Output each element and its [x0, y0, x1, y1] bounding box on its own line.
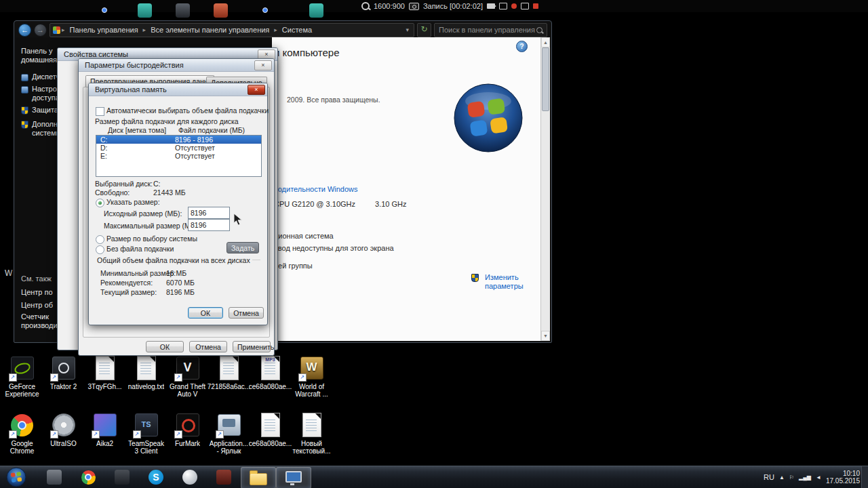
volume-icon[interactable]: ◄	[816, 474, 821, 481]
document-icon	[261, 413, 280, 437]
shortcut-arrow-icon: ↗	[50, 373, 58, 382]
desktop-icon-new-text[interactable]: Новый текстовый...	[291, 412, 332, 469]
close-button[interactable]: ×	[248, 85, 265, 95]
pagefile-size: Отсутствует	[175, 152, 215, 160]
cpu-speed: 3.10 GHz	[375, 200, 406, 208]
refresh-icon: ↻	[420, 24, 427, 34]
system-managed-radio[interactable]	[96, 235, 104, 244]
stop-icon[interactable]	[533, 3, 538, 9]
close-button[interactable]: ×	[254, 60, 272, 70]
ok-button[interactable]: ОК	[146, 341, 184, 352]
top-app-icon-2[interactable]	[138, 3, 152, 18]
breadcrumb-system[interactable]: Система	[279, 26, 315, 34]
set-button[interactable]: Задать	[226, 242, 259, 253]
vertical-scrollbar[interactable]: ▲ ▼	[540, 37, 550, 341]
search-input[interactable]: Поиск в панели управления	[434, 23, 547, 37]
drive-row-d[interactable]: D: Отсутствует	[96, 144, 261, 152]
drive-row-e[interactable]: E: Отсутствует	[96, 152, 261, 160]
icon-label: TeamSpeak 3 Client	[125, 440, 167, 455]
free-space-value: 21443 МБ	[153, 188, 186, 197]
taskbar-app-4[interactable]	[207, 467, 241, 487]
experience-index-link-fragment[interactable]: водительности Windows	[274, 185, 358, 193]
action-center-icon[interactable]: ⚐	[789, 474, 794, 481]
shield-icon	[21, 106, 28, 115]
desktop-icon-traktor[interactable]: ↗ Traktor 2	[43, 355, 84, 412]
scrollbar-thumb[interactable]	[542, 47, 549, 111]
taskbar-skype[interactable]: S	[139, 467, 173, 487]
initial-size-input[interactable]	[188, 207, 230, 219]
desktop-icon-file-1[interactable]: 3TqyFGh...	[84, 355, 125, 412]
desktop-icon-furmark[interactable]: ↗ FurMark	[167, 412, 208, 469]
apply-button[interactable]: Применить	[233, 341, 271, 352]
camcorder-icon[interactable]	[487, 3, 495, 9]
taskbar-app-3[interactable]	[173, 467, 207, 487]
record-icon[interactable]	[511, 3, 517, 9]
scroll-up-icon[interactable]: ▲	[541, 37, 550, 47]
custom-size-radio[interactable]	[96, 199, 104, 207]
custom-size-label: Указать размер:	[106, 198, 160, 206]
taskbar-pinned-icons: S	[37, 467, 311, 487]
top-app-icon-6[interactable]	[309, 3, 323, 18]
taskbar-chrome[interactable]	[71, 467, 105, 487]
cancel-button[interactable]: Отмена	[229, 307, 264, 319]
taskbar-explorer[interactable]	[241, 467, 276, 488]
back-button[interactable]: ←	[18, 24, 31, 37]
taskbar-app-2[interactable]	[105, 467, 139, 487]
help-icon[interactable]: ?	[516, 41, 528, 52]
network-icon[interactable]: ▂▄▆	[799, 474, 811, 481]
desktop-icon-wow[interactable]: W↗ World of Warcraft ...	[291, 355, 332, 412]
magnifier-icon[interactable]	[361, 2, 370, 10]
no-pagefile-label: Без файла подкачки	[106, 245, 174, 253]
address-dropdown-icon[interactable]: ▾	[403, 26, 411, 33]
desktop-icon-file-2[interactable]: 721858a6ac...	[208, 355, 250, 412]
icon-label: nativelog.txt	[128, 383, 164, 390]
clock[interactable]: 10:10 17.05.2015	[826, 470, 860, 485]
taskbar-recorder[interactable]	[276, 467, 311, 488]
forward-button[interactable]: →	[34, 24, 47, 37]
breadcrumb-all-items[interactable]: Все элементы панели управления	[147, 26, 273, 34]
shortcut-arrow-icon: ↗	[50, 430, 58, 439]
cancel-button[interactable]: Отмена	[189, 341, 227, 352]
icon-label: Google Chrome	[1, 440, 43, 455]
breadcrumb: ▸ Панель управления ▸ Все элементы панел…	[50, 23, 414, 37]
current-size-value: 8196 МБ	[166, 288, 195, 296]
show-hidden-icons[interactable]: ▲	[779, 474, 785, 481]
desktop-icon-teamspeak[interactable]: TS↗ TeamSpeak 3 Client	[125, 412, 167, 469]
show-desktop-button[interactable]	[861, 466, 868, 488]
desktop-icon-mp3[interactable]: MP3 ce68a080ae...	[250, 355, 291, 412]
desktop-icon-file-3[interactable]: ce68a080ae...	[250, 412, 291, 469]
camera-icon[interactable]	[409, 3, 419, 10]
drive-letter: D:	[96, 144, 175, 152]
desktop-icon-gtav[interactable]: V↗ Grand Theft Auto V	[167, 355, 208, 412]
desktop-icon-chrome[interactable]: ↗ Google Chrome	[1, 412, 43, 469]
desktop-icon-application[interactable]: ↗ Application... - Ярлык	[208, 412, 250, 469]
desktop-icon-nativelog[interactable]: nativelog.txt	[125, 355, 167, 412]
desktop-icon-geforce[interactable]: ↗ GeForce Experience	[1, 355, 43, 412]
taskbar-app-1[interactable]	[37, 467, 71, 487]
change-settings-label: Изменить параметры	[485, 273, 530, 291]
ok-button[interactable]: ОК	[188, 307, 223, 319]
drives-listbox[interactable]: C: 8196 - 8196 D: Отсутствует E: Отсутст…	[96, 135, 262, 177]
desktop-icon-aika2[interactable]: ↗ Aika2	[84, 412, 125, 469]
scroll-down-icon[interactable]: ▼	[541, 331, 550, 341]
refresh-button[interactable]: ↻	[417, 23, 431, 37]
system-tray: RU ▲ ⚐ ▂▄▆ ◄ 10:10 17.05.2015	[764, 466, 860, 488]
top-app-icon-4[interactable]	[214, 3, 228, 18]
max-size-label: Максимальный размер (МБ):	[104, 222, 199, 230]
totals-group-label: Общий объем файла подкачки на всех диска…	[95, 256, 252, 264]
language-indicator[interactable]: RU	[764, 473, 774, 481]
drive-row-c[interactable]: C: 8196 - 8196	[96, 136, 261, 144]
mp3-badge: MP3	[262, 357, 279, 362]
screen-icon[interactable]	[499, 3, 507, 9]
shortcut-arrow-icon: ↗	[216, 430, 224, 439]
max-size-input[interactable]	[188, 219, 230, 231]
webcam-icon[interactable]	[521, 3, 529, 9]
top-app-icon-3[interactable]	[176, 3, 190, 18]
breadcrumb-control-panel[interactable]: Панель управления	[66, 26, 142, 34]
search-icon	[536, 27, 542, 33]
auto-manage-checkbox[interactable]	[96, 107, 104, 116]
desktop-icon-ultraiso[interactable]: ↗ UltraISO	[43, 412, 84, 469]
no-pagefile-radio[interactable]	[96, 245, 104, 254]
start-button[interactable]	[6, 467, 26, 488]
change-settings-link[interactable]: Изменить параметры	[471, 273, 530, 291]
